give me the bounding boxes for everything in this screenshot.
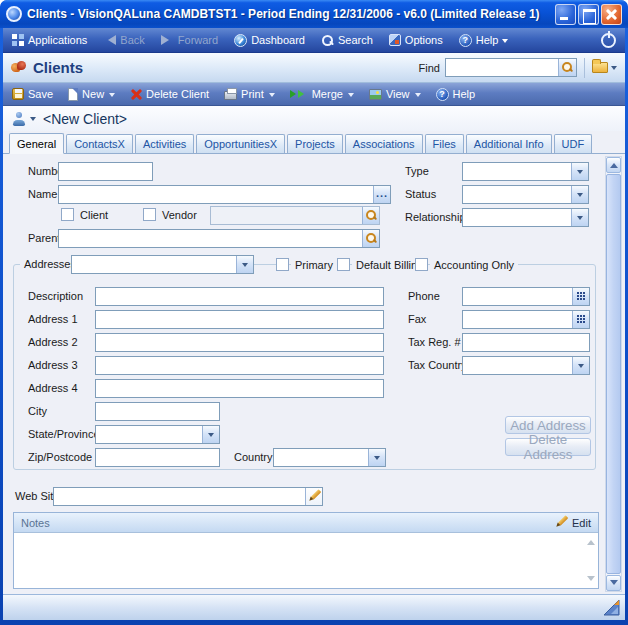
print-label: Print: [241, 88, 264, 100]
tab-opportunitiesx[interactable]: OpportunitiesX: [196, 134, 285, 153]
back-arrow-icon: [103, 35, 116, 45]
magnifier-icon: [562, 62, 573, 73]
tab-udf[interactable]: UDF: [554, 134, 593, 153]
tax-country-label: Tax Country: [408, 359, 467, 371]
address1-input[interactable]: [95, 310, 384, 329]
menu-options[interactable]: Options: [389, 34, 443, 46]
folder-menu-button[interactable]: [592, 62, 617, 73]
pencil-icon: [555, 516, 568, 529]
description-input[interactable]: [95, 287, 384, 306]
minimize-button[interactable]: [555, 4, 576, 25]
chevron-down-icon: [577, 193, 583, 200]
close-button[interactable]: [601, 4, 622, 25]
tab-projects[interactable]: Projects: [287, 134, 343, 153]
city-input[interactable]: [95, 402, 220, 421]
find-search-button[interactable]: [558, 59, 576, 76]
folder-icon: [592, 62, 608, 73]
address4-label: Address 4: [28, 382, 78, 394]
find-input[interactable]: [446, 59, 558, 76]
primary-checkbox[interactable]: [276, 258, 289, 271]
address4-input[interactable]: [95, 379, 384, 398]
primary-label: Primary: [291, 259, 337, 271]
fax-field: [462, 310, 590, 329]
accounting-only-checkbox[interactable]: [415, 258, 428, 271]
vendor-checkbox[interactable]: [143, 208, 156, 221]
number-input[interactable]: [58, 162, 153, 181]
website-input[interactable]: [54, 488, 305, 505]
notes-edit-button[interactable]: Edit: [555, 516, 591, 529]
notes-scroll-down-icon[interactable]: [587, 576, 595, 585]
default-billing-checkbox[interactable]: [337, 258, 350, 271]
address-selector-dropdown[interactable]: [71, 255, 254, 274]
notes-textarea[interactable]: [14, 533, 598, 588]
scroll-up-button[interactable]: [606, 157, 621, 173]
phone-dialer-button[interactable]: [572, 288, 589, 305]
save-label: Save: [28, 88, 53, 100]
delete-client-button[interactable]: Delete Client: [130, 88, 209, 100]
parent-input[interactable]: [59, 230, 362, 247]
zip-postcode-input[interactable]: [95, 448, 220, 467]
tab-general[interactable]: General: [9, 133, 64, 154]
menu-back[interactable]: Back: [103, 34, 144, 46]
scrollbar-thumb[interactable]: [606, 174, 621, 574]
menu-applications[interactable]: Applications: [12, 34, 87, 46]
accounting-only-label: Accounting Only: [430, 259, 518, 271]
tax-country-dropdown[interactable]: [462, 356, 590, 375]
state-province-dropdown[interactable]: [95, 425, 220, 444]
tax-reg-input[interactable]: [462, 333, 590, 352]
relationship-dropdown[interactable]: [462, 208, 589, 227]
tab-associations[interactable]: Associations: [345, 134, 423, 153]
vendor-lookup-input[interactable]: [211, 207, 362, 224]
merge-button[interactable]: Merge: [290, 88, 354, 100]
window-title: Clients - VisionQALuna CAMDBTST1 - Perio…: [27, 7, 555, 21]
menu-dashboard-label: Dashboard: [251, 34, 305, 46]
menu-help[interactable]: ? Help: [459, 34, 509, 47]
tab-additional-info[interactable]: Additional Info: [466, 134, 552, 153]
power-icon[interactable]: [601, 33, 616, 48]
picture-icon: [369, 89, 382, 100]
view-button[interactable]: View: [369, 88, 421, 100]
scroll-down-button[interactable]: [606, 575, 621, 591]
vertical-scrollbar[interactable]: [605, 156, 622, 592]
maximize-button[interactable]: [578, 4, 599, 25]
address2-input[interactable]: [95, 333, 384, 352]
chevron-down-icon: [348, 93, 354, 100]
magnifier-icon: [366, 210, 377, 221]
forward-arrow-icon: [161, 35, 174, 45]
name-ellipsis-button[interactable]: ...: [373, 186, 390, 203]
tab-files[interactable]: Files: [425, 134, 464, 153]
name-input[interactable]: [59, 186, 373, 203]
phone-input[interactable]: [463, 288, 572, 305]
fax-label: Fax: [408, 313, 426, 325]
menu-search[interactable]: Search: [321, 34, 373, 47]
chevron-down-icon: [109, 93, 115, 100]
address3-label: Address 3: [28, 359, 78, 371]
parent-search-button[interactable]: [362, 230, 379, 247]
country-label: Country: [234, 451, 273, 463]
country-dropdown[interactable]: [273, 448, 386, 467]
tab-activities[interactable]: Activities: [135, 134, 194, 153]
notes-scroll-up-icon[interactable]: [587, 536, 595, 545]
client-checkbox[interactable]: [61, 208, 74, 221]
website-edit-button[interactable]: [305, 488, 322, 505]
page-title: Clients: [33, 59, 83, 76]
menu-dashboard[interactable]: Dashboard: [234, 34, 305, 47]
ellipsis-icon: ...: [376, 187, 388, 199]
app-icon: [6, 6, 22, 22]
address3-input[interactable]: [95, 356, 384, 375]
save-button[interactable]: Save: [12, 88, 53, 100]
vendor-search-button[interactable]: [362, 207, 379, 224]
tab-contactsx[interactable]: ContactsX: [66, 134, 133, 153]
delete-address-button[interactable]: Delete Address: [505, 438, 591, 456]
new-button[interactable]: New: [68, 88, 115, 101]
resize-grip-icon[interactable]: [602, 599, 620, 616]
status-bar: [3, 594, 625, 620]
print-button[interactable]: Print: [224, 88, 275, 100]
fax-input[interactable]: [463, 311, 572, 328]
menu-forward[interactable]: Forward: [161, 34, 218, 46]
status-dropdown[interactable]: [462, 185, 589, 204]
chevron-down-icon[interactable]: [30, 117, 36, 124]
type-dropdown[interactable]: [462, 162, 589, 181]
fax-dialer-button[interactable]: [572, 311, 589, 328]
help-button[interactable]: ? Help: [436, 88, 476, 101]
